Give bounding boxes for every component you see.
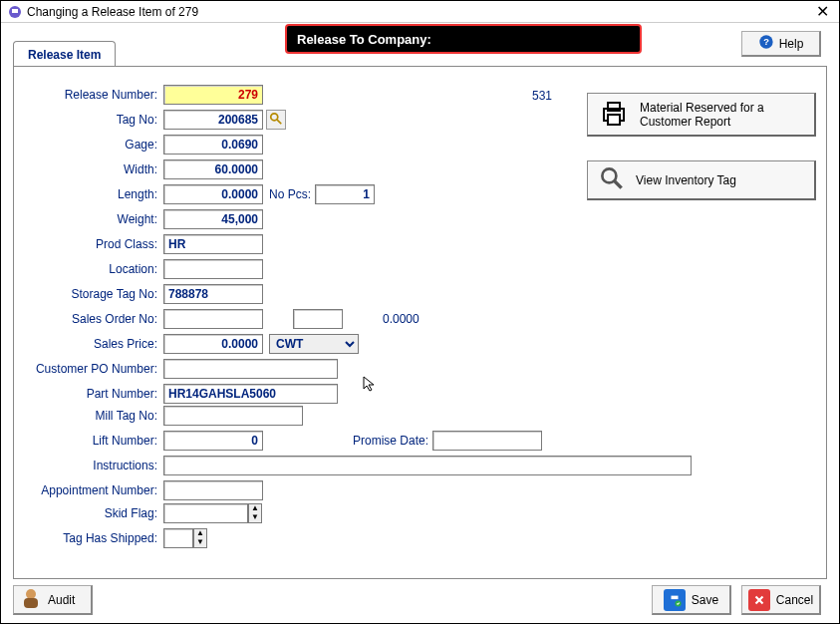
tab-release-item[interactable]: Release Item: [13, 41, 116, 67]
help-icon: ?: [758, 34, 774, 53]
prod-class-input[interactable]: [163, 234, 263, 254]
window-title: Changing a Release Item of 279: [27, 5, 198, 19]
width-input[interactable]: [163, 159, 263, 179]
instructions-label: Instructions:: [14, 459, 163, 472]
part-number-label: Part Number:: [14, 387, 163, 401]
svg-rect-6: [608, 115, 620, 125]
printer-icon: [598, 97, 630, 132]
view-inventory-tag-button[interactable]: View Inventory Tag: [587, 160, 816, 200]
part-number-input[interactable]: [163, 384, 338, 404]
svg-point-9: [271, 113, 278, 120]
save-label: Save: [692, 593, 718, 607]
close-icon[interactable]: ✕: [812, 2, 833, 21]
audit-icon: [20, 586, 42, 613]
svg-rect-1: [12, 9, 18, 13]
svg-rect-14: [671, 595, 678, 599]
customer-po-input[interactable]: [163, 359, 338, 379]
lift-number-input[interactable]: [163, 431, 263, 451]
release-to-company-banner: Release To Company:: [285, 24, 642, 54]
tag-no-input[interactable]: [163, 110, 263, 130]
svg-line-8: [615, 181, 622, 188]
titlebar: Changing a Release Item of 279 ✕: [1, 1, 839, 23]
storage-tag-no-label: Storage Tag No:: [14, 287, 163, 301]
length-input[interactable]: [163, 184, 263, 204]
app-icon: [7, 4, 23, 20]
view-inventory-tag-label: View Inventory Tag: [636, 173, 736, 187]
appointment-number-input[interactable]: [163, 480, 263, 500]
storage-tag-no-input[interactable]: [163, 284, 263, 304]
cursor-icon: [363, 376, 379, 392]
tab-release-item-label: Release Item: [28, 48, 101, 62]
release-number-label: Release Number:: [14, 88, 163, 102]
gage-input[interactable]: [163, 135, 263, 155]
sales-order-no-label: Sales Order No:: [14, 312, 163, 326]
skid-flag-input[interactable]: [163, 503, 248, 523]
chevron-down-icon[interactable]: ▼: [194, 538, 206, 547]
chevron-down-icon[interactable]: ▼: [249, 513, 261, 522]
sales-price-label: Sales Price:: [14, 337, 163, 351]
promise-date-label: Promise Date:: [353, 434, 428, 448]
tab-strip: Release Item: [13, 41, 116, 67]
window: Changing a Release Item of 279 ✕ Release…: [0, 0, 840, 624]
cancel-button[interactable]: Cancel: [741, 585, 821, 615]
cancel-label: Cancel: [776, 593, 813, 607]
svg-line-10: [277, 119, 281, 123]
audit-label: Audit: [48, 593, 75, 607]
tag-no-lookup-button[interactable]: [266, 110, 286, 130]
weight-input[interactable]: [163, 209, 263, 229]
help-label: Help: [779, 37, 804, 51]
tag-has-shipped-label: Tag Has Shipped:: [14, 531, 163, 545]
save-icon: [664, 589, 686, 611]
weight-label: Weight:: [14, 212, 163, 226]
length-label: Length:: [14, 187, 163, 201]
static-531: 531: [532, 89, 552, 103]
instructions-input[interactable]: [163, 456, 692, 475]
release-number-input[interactable]: [163, 85, 263, 105]
location-input[interactable]: [163, 259, 263, 279]
promise-date-input[interactable]: [432, 431, 542, 451]
sales-order-qty-text: 0.0000: [383, 312, 420, 326]
tab-panel: Material Reserved for a Customer Report …: [13, 66, 827, 579]
appointment-number-label: Appointment Number:: [14, 483, 163, 497]
sales-price-unit-select[interactable]: CWT: [269, 334, 359, 354]
release-to-company-label: Release To Company:: [297, 32, 431, 47]
tag-has-shipped-input[interactable]: [163, 528, 193, 548]
location-label: Location:: [14, 262, 163, 276]
no-pcs-label: No Pcs:: [269, 187, 311, 201]
footer: Audit Save Cancel: [1, 583, 839, 615]
sales-order-subno-input[interactable]: [293, 309, 343, 329]
save-button[interactable]: Save: [652, 585, 731, 615]
mill-tag-no-label: Mill Tag No:: [14, 409, 163, 423]
svg-point-11: [26, 589, 36, 599]
width-label: Width:: [14, 162, 163, 176]
magnifier-icon: [269, 112, 283, 129]
skid-flag-spinner[interactable]: ▲▼: [248, 503, 262, 523]
material-reserved-label: Material Reserved for a Customer Report: [640, 101, 804, 129]
content-area: Release To Company: ? Help Release Item …: [1, 23, 839, 623]
tag-no-label: Tag No:: [14, 113, 163, 127]
lift-number-label: Lift Number:: [14, 434, 163, 448]
customer-po-label: Customer PO Number:: [14, 362, 163, 376]
svg-rect-12: [24, 598, 38, 608]
sales-price-input[interactable]: [163, 334, 263, 354]
audit-button[interactable]: Audit: [13, 585, 93, 615]
prod-class-label: Prod Class:: [14, 237, 163, 251]
gage-label: Gage:: [14, 138, 163, 152]
sales-order-no-input[interactable]: [163, 309, 263, 329]
magnifier-icon: [598, 164, 626, 195]
mill-tag-no-input[interactable]: [163, 406, 303, 426]
material-reserved-button[interactable]: Material Reserved for a Customer Report: [587, 93, 816, 137]
svg-point-7: [602, 168, 616, 182]
no-pcs-input[interactable]: [315, 184, 375, 204]
help-button[interactable]: ? Help: [741, 31, 821, 57]
skid-flag-label: Skid Flag:: [14, 506, 163, 520]
cancel-icon: [748, 589, 770, 611]
svg-text:?: ?: [763, 37, 769, 47]
tag-has-shipped-spinner[interactable]: ▲▼: [193, 528, 207, 548]
